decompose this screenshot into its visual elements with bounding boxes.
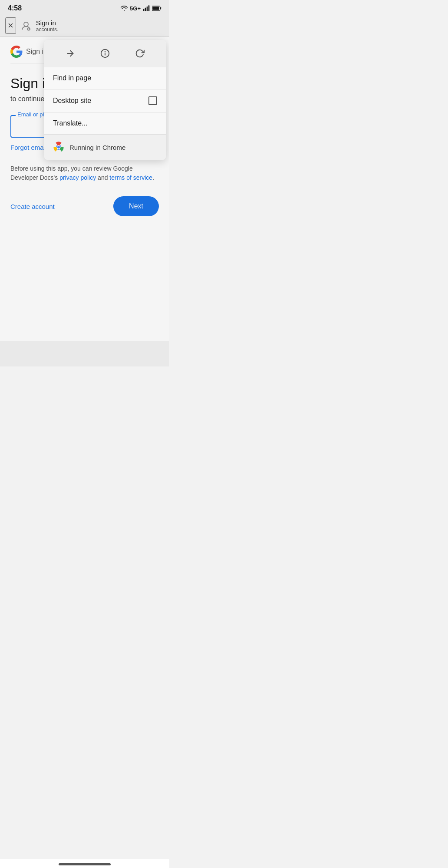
- running-in-chrome-label: Running in Chrome: [69, 144, 125, 151]
- forward-icon: [66, 49, 75, 58]
- info-button[interactable]: [98, 46, 112, 61]
- dropdown-menu: Find in page Desktop site Translate... R…: [44, 40, 166, 160]
- find-in-page-label: Find in page: [53, 74, 91, 82]
- translate-label: Translate...: [53, 119, 87, 127]
- desktop-site-checkbox[interactable]: [148, 96, 157, 105]
- svg-point-19: [57, 146, 60, 149]
- find-in-page-item[interactable]: Find in page: [44, 67, 166, 89]
- dropdown-toolbar: [44, 40, 166, 67]
- desktop-site-item[interactable]: Desktop site: [44, 89, 166, 112]
- translate-item[interactable]: Translate...: [44, 112, 166, 134]
- forward-button[interactable]: [63, 46, 78, 61]
- info-icon: [100, 49, 110, 58]
- running-in-chrome-item: Running in Chrome: [44, 135, 166, 160]
- desktop-site-label: Desktop site: [53, 97, 91, 105]
- chrome-icon: [53, 142, 64, 153]
- reload-icon: [135, 49, 145, 58]
- reload-button[interactable]: [132, 46, 147, 61]
